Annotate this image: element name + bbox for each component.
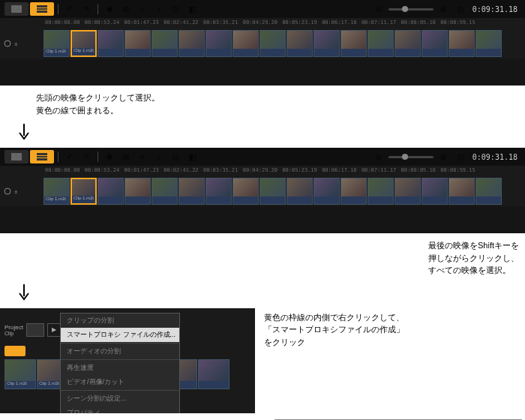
toolbar: ↶ ↷ ✽ ⊞ ≡ ♪ ⊡ ◧ ⊖ ⊕ ⊡ 0:09:31.18	[0, 0, 525, 18]
context-menu-item[interactable]: プロパティ...	[61, 406, 179, 413]
clip-item[interactable]	[340, 30, 367, 57]
svg-rect-8	[37, 158, 47, 160]
svg-rect-0	[11, 5, 22, 13]
timeline-panel-2: ↶↷ ✽⊞≡♪⊡◧ ⊖⊕⊡ 0:09:31.18 00:00:00.0000:0…	[0, 148, 525, 233]
clip-item[interactable]	[314, 178, 340, 205]
annotation-3: 黄色の枠線の内側で右クリックして、 「スマートプロキシファイルの作成」 をクリッ…	[261, 308, 407, 352]
storyboard-tab[interactable]	[4, 2, 28, 16]
clips-container-1: Clip 1.m2tClip 1.m2t	[44, 30, 525, 57]
storyboard-tab[interactable]	[4, 150, 28, 164]
project-header: Project Clip ▶	[4, 323, 61, 337]
clip-item[interactable]	[232, 178, 259, 205]
clip-item[interactable]	[448, 178, 475, 205]
clip-item[interactable]	[98, 178, 124, 205]
clip-item[interactable]: Clip 1.m2t	[4, 359, 36, 389]
tool-icon[interactable]: ◧	[184, 3, 200, 15]
project-thumb[interactable]	[26, 323, 44, 337]
clip-item[interactable]	[286, 178, 313, 205]
clip-item[interactable]	[394, 30, 421, 57]
zoom-out-icon[interactable]: ⊖	[371, 3, 386, 15]
context-menu-item[interactable]: シーン分割の設定...	[61, 392, 179, 406]
clip-item[interactable]	[198, 359, 230, 389]
clip-item[interactable]	[124, 30, 151, 57]
tool-icon[interactable]: ≡	[135, 3, 150, 15]
clip-item[interactable]	[368, 30, 394, 57]
context-menu-item[interactable]: クリップの分割	[61, 314, 179, 328]
clip-item[interactable]: Clip 1.m2t	[70, 30, 97, 57]
svg-rect-3	[37, 10, 47, 13]
clip-item[interactable]: Clip 1.m2t	[44, 178, 70, 205]
clip-item[interactable]	[422, 178, 448, 205]
clip-item[interactable]	[178, 30, 205, 57]
clip-item[interactable]	[448, 30, 475, 57]
clip-item[interactable]	[394, 178, 421, 205]
svg-point-4	[4, 40, 10, 46]
clip-item[interactable]	[476, 30, 502, 57]
clip-item[interactable]	[206, 178, 232, 205]
clip-item[interactable]	[286, 30, 313, 57]
clip-item[interactable]	[98, 30, 124, 57]
svg-rect-5	[11, 153, 22, 160]
clip-item[interactable]	[152, 30, 178, 57]
undo-icon[interactable]: ↶	[62, 3, 77, 15]
video-track: ± Clip 1.m2tClip 1.m2t	[0, 28, 525, 58]
clip-item[interactable]	[260, 178, 286, 205]
clip-item[interactable]	[422, 30, 448, 57]
clip-item[interactable]	[260, 30, 286, 57]
timeline-panel-1: ↶ ↷ ✽ ⊞ ≡ ♪ ⊡ ◧ ⊖ ⊕ ⊡ 0:09:31.18 00:00:0…	[0, 0, 525, 86]
play-button[interactable]: ▶	[47, 323, 61, 337]
context-menu-item[interactable]: スマートプロキシ ファイルの作成...	[61, 328, 179, 342]
clip-item[interactable]: Clip 1.m2t	[44, 30, 70, 57]
clip-item[interactable]	[124, 178, 151, 205]
arrow-down-icon	[18, 124, 30, 142]
tool-icon[interactable]: ⊞	[118, 3, 134, 15]
tool-icon[interactable]: ✽	[102, 3, 117, 15]
clip-item[interactable]	[232, 30, 259, 57]
tool-icon[interactable]: ⊡	[168, 3, 183, 15]
clip-item[interactable]	[152, 178, 178, 205]
annotation-1: 先頭の映像をクリックして選択。 黄色の線で囲まれる。	[33, 88, 525, 119]
fit-icon[interactable]: ⊡	[453, 3, 468, 15]
timeline-tab[interactable]	[30, 2, 54, 16]
track-header[interactable]: ±	[0, 39, 44, 48]
timeline-with-context-menu: Project Clip ▶ Clip 1.m2tClip 1.m2t クリップ…	[0, 308, 255, 413]
zoom-in-icon[interactable]: ⊕	[436, 3, 451, 15]
clip-item[interactable]	[314, 30, 340, 57]
context-menu-item[interactable]: 再生速度	[61, 361, 179, 375]
clips-container-2: Clip 1.m2tClip 1.m2t	[44, 178, 525, 205]
context-menu-item[interactable]: オーディオの分割	[61, 344, 179, 358]
context-menu-item[interactable]: ビデオ/画像/カット	[61, 375, 179, 389]
annotation-2: 最後の映像をShiftキーを 押しながらクリックし、 すべての映像を選択。	[425, 236, 522, 280]
arrow-down-icon	[18, 284, 30, 302]
time-ruler[interactable]: 00:00:00.0000:00:53.2400:01:47.2300:02:4…	[0, 18, 525, 28]
clip-item[interactable]	[340, 178, 367, 205]
time-ruler[interactable]: 00:00:00.0000:00:53.2400:01:47.2300:02:4…	[0, 166, 525, 176]
svg-rect-7	[37, 156, 47, 158]
timecode: 0:09:31.18	[470, 5, 520, 14]
clip-item[interactable]	[178, 178, 205, 205]
svg-rect-1	[37, 5, 47, 8]
clip-item[interactable]	[368, 178, 394, 205]
redo-icon[interactable]: ↷	[79, 3, 94, 15]
clip-item[interactable]	[206, 30, 232, 57]
svg-rect-6	[37, 153, 47, 155]
svg-rect-2	[37, 8, 47, 10]
zoom-slider[interactable]	[388, 8, 434, 10]
tool-icon[interactable]: ♪	[152, 3, 166, 15]
clip-item[interactable]: Clip 1.m2t	[70, 178, 97, 205]
timeline-tab[interactable]	[30, 150, 54, 164]
zoom-controls: ⊖ ⊕ ⊡	[371, 3, 468, 15]
clip-item[interactable]	[476, 178, 502, 205]
context-menu: クリップの分割スマートプロキシ ファイルの作成...オーディオの分割再生速度ビデ…	[60, 313, 180, 413]
eye-icon	[3, 39, 12, 48]
svg-point-9	[4, 188, 10, 194]
